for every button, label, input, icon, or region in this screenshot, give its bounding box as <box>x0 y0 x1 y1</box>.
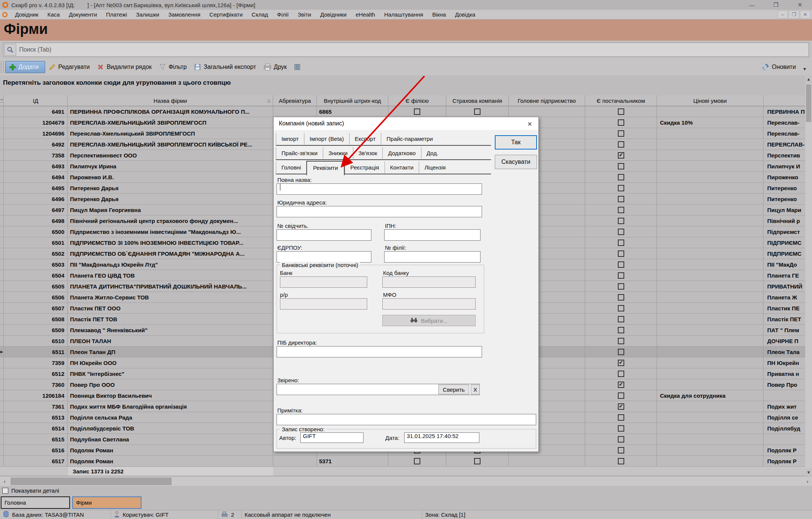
table-row[interactable]: 6517 Подоляк Роман 5371 Подоляк Р <box>0 456 805 467</box>
edrpou-input[interactable] <box>277 251 371 263</box>
note-input[interactable] <box>277 414 536 425</box>
mdi-close-button[interactable]: ✕ <box>800 11 810 18</box>
refresh-dropdown-icon[interactable]: ▼ <box>803 67 807 71</box>
is-branch-checkbox[interactable] <box>414 458 420 464</box>
is-supplier-checkbox[interactable] <box>618 316 624 322</box>
is-supplier-checkbox[interactable] <box>618 294 624 301</box>
scroll-down-icon[interactable]: ▼ <box>805 469 812 476</box>
dialog-tab[interactable]: Реєстрація <box>345 162 384 173</box>
is-supplier-checkbox[interactable] <box>618 229 624 235</box>
is-supplier-checkbox[interactable] <box>618 185 624 191</box>
is-supplier-checkbox[interactable] <box>618 163 624 169</box>
is-supplier-checkbox[interactable] <box>618 152 624 159</box>
column-header-head-company[interactable]: Головне підприємство <box>509 95 585 106</box>
is-supplier-checkbox[interactable] <box>618 349 624 355</box>
menu-item[interactable]: Налаштування <box>380 11 428 18</box>
column-header-barcode[interactable]: Внутрішній штрих-код <box>317 95 388 106</box>
column-header-extra[interactable] <box>763 95 805 106</box>
is-supplier-checkbox[interactable] <box>618 436 624 443</box>
verify-button[interactable]: Сверить <box>438 385 469 394</box>
column-header-price-terms[interactable]: Цінові умови <box>657 95 763 106</box>
bank-code-input[interactable] <box>382 276 476 288</box>
menu-item[interactable]: Замовлення <box>164 11 205 18</box>
menu-item[interactable]: Довідник <box>11 11 43 18</box>
export-button[interactable]: Загальний експорт <box>190 61 260 73</box>
is-supplier-checkbox[interactable] <box>618 382 624 388</box>
is-supplier-checkbox[interactable] <box>618 327 624 333</box>
vertical-scrollbar[interactable]: ▲ ▼ <box>805 75 812 476</box>
insurance-checkbox[interactable] <box>474 108 481 115</box>
is-supplier-checkbox[interactable] <box>618 425 624 432</box>
header-grip-icon[interactable] <box>0 95 4 106</box>
menu-item[interactable]: Вікна <box>428 11 451 18</box>
is-supplier-checkbox[interactable] <box>618 108 624 115</box>
dialog-close-icon[interactable]: ✕ <box>525 119 535 128</box>
menu-item[interactable]: Звіти <box>293 11 316 18</box>
is-supplier-checkbox[interactable] <box>618 119 624 126</box>
is-supplier-checkbox[interactable] <box>618 338 624 344</box>
add-button[interactable]: Додати <box>5 61 45 73</box>
dialog-tab[interactable]: Імпорт (Beta) <box>304 133 349 145</box>
dialog-tab[interactable]: Зв'язок <box>353 147 383 159</box>
table-row[interactable]: 6491 ПЕРВИННА ПРОФСПІЛКОВА ОРГАНІЗАЦІЯ К… <box>0 106 805 117</box>
is-supplier-checkbox[interactable] <box>618 403 624 410</box>
dialog-tab[interactable]: Головні <box>276 162 306 173</box>
column-header-abbreviation[interactable]: Абревіатура <box>273 95 317 106</box>
restore-button[interactable]: ❐ <box>765 0 787 10</box>
is-supplier-checkbox[interactable] <box>618 283 624 290</box>
is-supplier-checkbox[interactable] <box>618 447 624 453</box>
mdi-minimize-button[interactable]: – <box>777 11 788 18</box>
column-header-insurance[interactable]: Страхова компанія <box>446 95 509 106</box>
legal-address-input[interactable] <box>277 206 482 217</box>
column-header-name[interactable]: Назва фірми △ <box>68 95 273 106</box>
dialog-tab[interactable]: Експорт <box>349 133 381 145</box>
is-supplier-checkbox[interactable] <box>618 250 624 257</box>
cancel-button[interactable]: Скасувати <box>495 155 537 169</box>
dialog-title-bar[interactable]: Компанія (новий запис) ✕ <box>274 117 538 130</box>
dialog-tab[interactable]: Контакти <box>385 162 419 173</box>
dialog-tab[interactable]: Знижки <box>323 147 353 159</box>
mdi-restore-button[interactable]: ❐ <box>789 11 799 18</box>
menu-item[interactable]: Каса <box>43 11 64 18</box>
scroll-left-icon[interactable]: ‹ <box>0 477 9 486</box>
is-supplier-checkbox[interactable] <box>618 218 624 224</box>
is-supplier-checkbox[interactable] <box>618 414 624 421</box>
column-header-id[interactable]: ІД <box>4 95 68 106</box>
is-supplier-checkbox[interactable] <box>618 141 624 148</box>
column-header-is-supplier[interactable]: Є постачальником <box>585 95 657 106</box>
vertical-scrollbar-thumb[interactable] <box>806 84 811 122</box>
is-branch-checkbox[interactable] <box>414 108 420 115</box>
dialog-tab[interactable]: Ліцензія <box>419 162 451 173</box>
mfo-input[interactable] <box>382 298 476 310</box>
is-supplier-checkbox[interactable] <box>618 272 624 279</box>
dialog-tab[interactable]: Імпорт <box>276 133 304 145</box>
menu-item[interactable]: Філії <box>272 11 293 18</box>
show-details-checkbox[interactable] <box>2 488 8 494</box>
toolbar-grip[interactable] <box>1 61 4 73</box>
search-input[interactable]: Поиск (Tab) <box>3 43 809 57</box>
menu-item[interactable]: Документи <box>64 11 102 18</box>
director-input[interactable] <box>277 346 482 357</box>
ok-button[interactable]: Так <box>495 135 537 150</box>
horizontal-scrollbar-thumb[interactable] <box>11 478 172 485</box>
menu-item[interactable]: Сертифікати <box>205 11 247 18</box>
dialog-tab[interactable]: Дод. <box>421 147 444 159</box>
menu-item[interactable]: Довідка <box>450 11 480 18</box>
tab-firms[interactable]: Фірми <box>72 496 141 509</box>
menu-item[interactable]: Довідники <box>316 11 351 18</box>
menu-item[interactable]: Залишки <box>132 11 164 18</box>
is-supplier-checkbox[interactable] <box>618 360 624 366</box>
account-input[interactable] <box>280 298 367 310</box>
verify-clear-button[interactable]: X <box>471 385 480 394</box>
edit-button[interactable]: Редагувати <box>45 61 94 73</box>
refresh-button[interactable]: Оновити <box>758 61 800 73</box>
insurance-checkbox[interactable] <box>474 458 481 464</box>
created-date-input[interactable]: 31.01.2025 17:40:52 <box>404 432 479 443</box>
bank-input[interactable] <box>280 276 367 288</box>
dialog-tab[interactable]: Додатково <box>382 147 421 159</box>
is-supplier-checkbox[interactable] <box>618 130 624 137</box>
print-button[interactable]: Друк <box>260 61 291 73</box>
scroll-up-icon[interactable]: ▲ <box>805 75 812 83</box>
ipn-input[interactable] <box>384 229 481 241</box>
is-supplier-checkbox[interactable] <box>618 261 624 268</box>
